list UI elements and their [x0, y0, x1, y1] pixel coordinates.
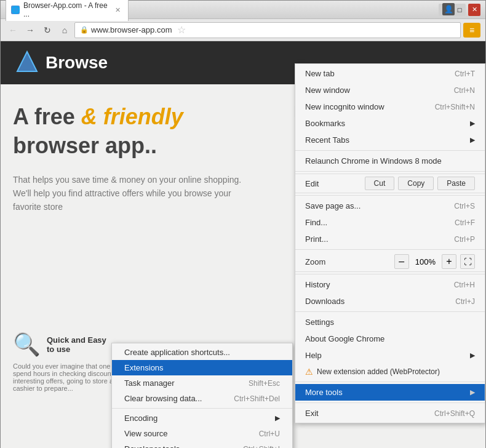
new-window-item[interactable]: New window Ctrl+N: [295, 82, 485, 98]
warning-icon: ⚠: [305, 367, 313, 377]
more-tools-submenu: Create application shortcuts... Extensio…: [111, 343, 293, 448]
zoom-percent: 100%: [409, 257, 442, 266]
zoom-row: Zoom – 100% + ⛶: [295, 252, 485, 272]
find-item[interactable]: Find... Ctrl+F: [295, 214, 485, 231]
sep8: [295, 402, 485, 403]
chrome-menu: New tab Ctrl+T New window Ctrl+N New inc…: [295, 63, 485, 423]
relaunch-item[interactable]: Relaunch Chrome in Windows 8 mode: [295, 153, 485, 169]
reload-button[interactable]: ↻: [40, 23, 55, 38]
close-button[interactable]: ✕: [468, 4, 480, 16]
maximize-button[interactable]: □: [453, 4, 466, 16]
create-shortcuts-item[interactable]: Create application shortcuts...: [112, 345, 292, 360]
developer-tools-item[interactable]: Developer tools Ctrl+Shift+I: [112, 441, 292, 448]
sep7: [295, 382, 485, 382]
tab-close-button[interactable]: ✕: [115, 6, 121, 14]
tab-title: Browser-App.com - A free ...: [23, 1, 110, 18]
sep6: [295, 311, 485, 312]
about-chrome-item[interactable]: About Google Chrome: [295, 330, 485, 347]
edit-label: Edit: [305, 179, 361, 188]
clear-browsing-item[interactable]: Clear browsing data... Ctrl+Shift+Del: [112, 391, 292, 406]
extensions-item[interactable]: Extensions: [112, 360, 292, 375]
new-incognito-item[interactable]: New incognito window Ctrl+Shift+N: [295, 98, 485, 115]
chrome-menu-button[interactable]: ≡: [463, 23, 480, 38]
task-manager-item[interactable]: Task manager Shift+Esc: [112, 375, 292, 391]
submenu-separator: [112, 408, 292, 409]
view-source-item[interactable]: View source Ctrl+U: [112, 426, 292, 441]
print-item[interactable]: Print... Ctrl+P: [295, 231, 485, 247]
recent-tabs-item[interactable]: Recent Tabs ▶: [295, 132, 485, 148]
forward-button[interactable]: →: [23, 23, 38, 38]
exit-item[interactable]: Exit Ctrl+Shift+Q: [295, 405, 485, 422]
back-button[interactable]: ←: [6, 23, 20, 38]
new-tab-item[interactable]: New tab Ctrl+T: [295, 65, 485, 82]
history-item[interactable]: History Ctrl+H: [295, 276, 485, 293]
address-lock-icon: 🔒: [80, 26, 89, 34]
sep4: [295, 249, 485, 250]
sep2: [295, 171, 485, 172]
paste-button[interactable]: Paste: [437, 177, 475, 190]
bookmark-star-icon[interactable]: ☆: [177, 24, 186, 36]
context-menu-overlay: Create application shortcuts... Extensio…: [1, 41, 485, 448]
help-item[interactable]: Help ▶: [295, 347, 485, 364]
sep5: [295, 274, 485, 274]
extension-warning[interactable]: ⚠ New extension added (WebProtector): [295, 364, 485, 380]
tab-favicon: 🌐: [11, 6, 20, 14]
zoom-label: Zoom: [305, 257, 394, 266]
settings-item[interactable]: Settings: [295, 314, 485, 330]
home-button[interactable]: ⌂: [57, 23, 72, 38]
downloads-item[interactable]: Downloads Ctrl+J: [295, 293, 485, 310]
user-icon[interactable]: 👤: [442, 3, 455, 15]
zoom-fullscreen-button[interactable]: ⛶: [460, 254, 475, 269]
browser-tab[interactable]: 🌐 Browser-App.com - A free ... ✕: [6, 0, 129, 21]
sep1: [295, 150, 485, 151]
bookmarks-item[interactable]: Bookmarks ▶: [295, 115, 485, 132]
zoom-minus-button[interactable]: –: [394, 254, 409, 269]
copy-button[interactable]: Copy: [398, 177, 434, 190]
window-frame: 👤 🌐 Browser-App.com - A free ... ✕ – □ ✕…: [0, 0, 486, 448]
encoding-item[interactable]: Encoding ▶: [112, 410, 292, 426]
edit-row: Edit Cut Copy Paste: [295, 174, 485, 193]
sep3: [295, 195, 485, 196]
address-text: www.browser-app.com: [91, 25, 172, 34]
navigation-bar: ← → ↻ ⌂ 🔒 www.browser-app.com ☆ ≡: [1, 19, 485, 41]
address-bar[interactable]: 🔒 www.browser-app.com ☆: [74, 22, 461, 38]
zoom-plus-button[interactable]: +: [442, 254, 456, 269]
more-tools-item[interactable]: More tools ▶: [295, 384, 485, 401]
title-bar: 👤 🌐 Browser-App.com - A free ... ✕ – □ ✕: [1, 1, 485, 19]
cut-button[interactable]: Cut: [365, 177, 395, 190]
save-page-item[interactable]: Save page as... Ctrl+S: [295, 198, 485, 214]
browser-content: Browse 747 A free & friendly browser app…: [1, 41, 485, 448]
